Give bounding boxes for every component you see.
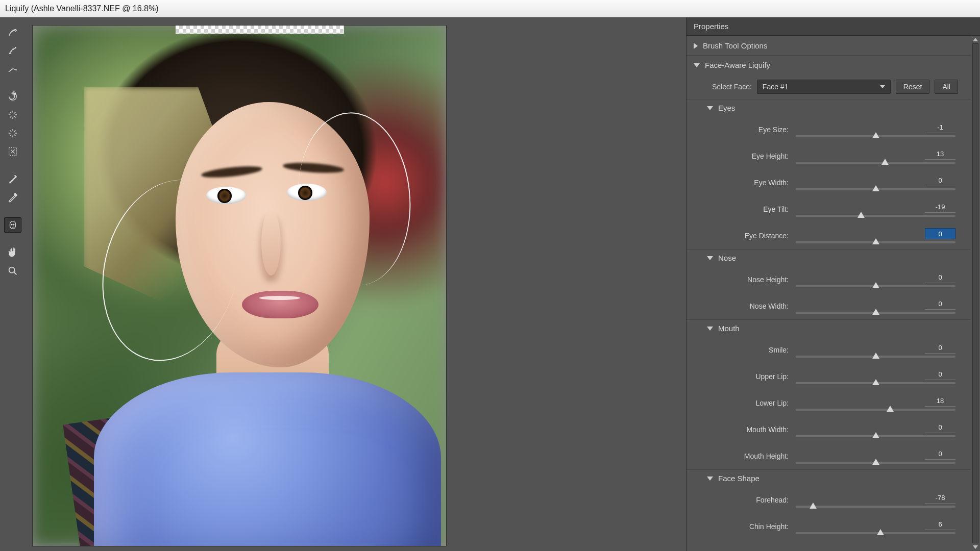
forward-warp-tool-icon[interactable] bbox=[4, 24, 21, 40]
slider-value-input[interactable]: 0 bbox=[925, 342, 955, 354]
slider-thumb[interactable] bbox=[872, 432, 879, 438]
face-shape-slider-row: Forehead:-78 bbox=[687, 487, 971, 513]
slider-value-input[interactable]: 18 bbox=[925, 395, 955, 407]
reset-button[interactable]: Reset bbox=[896, 80, 930, 94]
slider-track[interactable] bbox=[796, 188, 955, 190]
slider-thumb[interactable] bbox=[887, 406, 894, 412]
nose-slider-row: Nose Width:0 bbox=[687, 293, 971, 319]
slider-thumb[interactable] bbox=[810, 503, 817, 509]
slider-value-input[interactable]: 6 bbox=[925, 519, 955, 530]
chevron-down-icon bbox=[707, 327, 713, 331]
slider-value-input[interactable]: 0 bbox=[925, 175, 955, 186]
svg-point-1 bbox=[11, 51, 12, 52]
slider-track[interactable] bbox=[796, 285, 955, 287]
slider-thumb[interactable] bbox=[857, 212, 865, 218]
section-mouth[interactable]: Mouth bbox=[687, 319, 971, 337]
svg-point-5 bbox=[11, 224, 12, 225]
tool-bar bbox=[0, 17, 26, 551]
all-button[interactable]: All bbox=[935, 80, 958, 94]
slider-value-input[interactable]: 0 bbox=[925, 448, 955, 460]
slider-thumb[interactable] bbox=[881, 159, 889, 165]
section-nose[interactable]: Nose bbox=[687, 249, 971, 266]
select-face-value: Face #1 bbox=[763, 83, 789, 91]
twirl-tool-icon[interactable] bbox=[4, 89, 21, 104]
slider-track[interactable] bbox=[796, 135, 955, 137]
chevron-down-icon bbox=[694, 63, 700, 67]
slider-track[interactable] bbox=[796, 162, 955, 164]
hand-tool-icon[interactable] bbox=[4, 245, 21, 260]
slider-thumb[interactable] bbox=[872, 282, 879, 288]
svg-point-7 bbox=[9, 267, 15, 273]
slider-thumb[interactable] bbox=[872, 309, 879, 315]
freeze-mask-tool-icon[interactable] bbox=[4, 171, 21, 187]
properties-title: Properties bbox=[694, 22, 728, 31]
slider-value-input[interactable]: -19 bbox=[925, 202, 955, 213]
slider-track[interactable] bbox=[796, 409, 955, 411]
slider-track[interactable] bbox=[796, 312, 955, 314]
slider-value-input[interactable]: 0 bbox=[925, 369, 955, 380]
slider-track[interactable] bbox=[796, 215, 955, 217]
chevron-down-icon bbox=[707, 477, 713, 481]
slider-thumb[interactable] bbox=[872, 459, 879, 465]
nose-slider-row: Nose Height:0 bbox=[687, 266, 971, 293]
slider-track[interactable] bbox=[796, 241, 955, 243]
slider-label: Forehead: bbox=[712, 496, 792, 504]
face-tool-icon[interactable] bbox=[4, 217, 21, 233]
scroll-down-icon[interactable] bbox=[973, 545, 978, 549]
slider-thumb[interactable] bbox=[872, 353, 879, 359]
slider-value-input[interactable]: 0 bbox=[925, 422, 955, 433]
slider-label: Upper Lip: bbox=[712, 372, 792, 381]
eyes-slider-row: Eye Tilt:-19 bbox=[687, 196, 971, 222]
slider-thumb[interactable] bbox=[872, 379, 879, 385]
mouth-slider-row: Lower Lip:18 bbox=[687, 390, 971, 416]
slider-value-input[interactable]: 13 bbox=[925, 148, 955, 160]
select-face-dropdown[interactable]: Face #1 bbox=[757, 80, 891, 94]
slider-label: Nose Width: bbox=[712, 302, 792, 310]
slider-label: Eye Tilt: bbox=[712, 205, 792, 213]
eyes-slider-row: Eye Size:-1 bbox=[687, 116, 971, 143]
slider-track[interactable] bbox=[796, 506, 955, 508]
svg-point-6 bbox=[13, 224, 14, 225]
slider-track[interactable] bbox=[796, 532, 955, 534]
scrollbar[interactable] bbox=[972, 38, 979, 549]
section-eyes[interactable]: Eyes bbox=[687, 99, 971, 116]
slider-label: Lower Lip: bbox=[712, 399, 792, 407]
slider-value-input[interactable]: 0 bbox=[925, 228, 955, 239]
push-left-tool-icon[interactable] bbox=[4, 144, 21, 159]
section-face-shape[interactable]: Face Shape bbox=[687, 469, 971, 487]
pucker-tool-icon[interactable] bbox=[4, 107, 21, 122]
section-label: Brush Tool Options bbox=[703, 41, 767, 50]
slider-thumb[interactable] bbox=[872, 185, 879, 191]
section-brush-tool-options[interactable]: Brush Tool Options bbox=[687, 36, 971, 55]
eyes-slider-row: Eye Height:13 bbox=[687, 143, 971, 169]
slider-label: Eye Distance: bbox=[712, 232, 792, 240]
window-title: Liquify (Ashle Vanelli-8337.NEF @ 16.8%) bbox=[5, 4, 159, 13]
smooth-tool-icon[interactable] bbox=[4, 61, 21, 77]
reconstruct-tool-icon[interactable] bbox=[4, 43, 21, 58]
slider-label: Eye Size: bbox=[712, 126, 792, 134]
slider-label: Mouth Width: bbox=[712, 425, 792, 434]
slider-thumb[interactable] bbox=[877, 529, 884, 535]
section-face-aware-liquify[interactable]: Face-Aware Liquify bbox=[687, 55, 971, 74]
bloat-tool-icon[interactable] bbox=[4, 126, 21, 141]
slider-track[interactable] bbox=[796, 435, 955, 437]
slider-label: Mouth Height: bbox=[712, 452, 792, 460]
scroll-track[interactable] bbox=[972, 43, 978, 543]
zoom-tool-icon[interactable] bbox=[4, 263, 21, 279]
slider-thumb[interactable] bbox=[872, 238, 879, 244]
slider-value-input[interactable]: 0 bbox=[925, 272, 955, 283]
slider-value-input[interactable]: -1 bbox=[925, 122, 955, 133]
slider-thumb[interactable] bbox=[872, 132, 879, 138]
chevron-down-icon bbox=[880, 85, 885, 88]
slider-value-input[interactable]: -78 bbox=[925, 492, 955, 504]
slider-track[interactable] bbox=[796, 382, 955, 384]
scroll-up-icon[interactable] bbox=[973, 38, 978, 41]
slider-value-input[interactable]: 0 bbox=[925, 298, 955, 310]
slider-track[interactable] bbox=[796, 356, 955, 358]
thaw-mask-tool-icon[interactable] bbox=[4, 190, 21, 205]
properties-header: Properties bbox=[687, 17, 980, 36]
slider-track[interactable] bbox=[796, 462, 955, 464]
image-canvas[interactable] bbox=[33, 26, 446, 546]
section-label: Face-Aware Liquify bbox=[705, 61, 770, 69]
select-face-label: Select Face: bbox=[712, 83, 752, 91]
